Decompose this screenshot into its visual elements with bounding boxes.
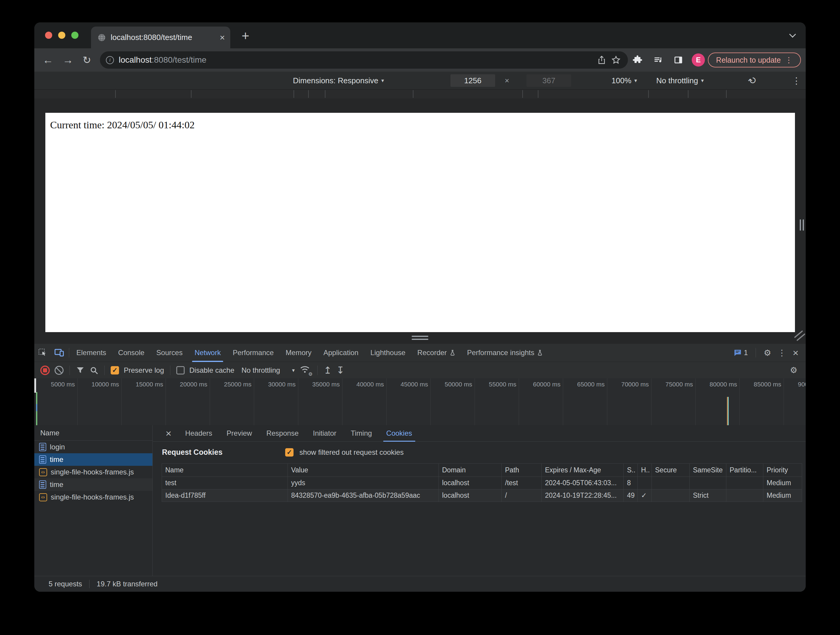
export-har-icon[interactable]: ↧ — [336, 365, 344, 376]
show-filtered-cookies-checkbox[interactable]: ✓ — [285, 448, 294, 457]
divider — [104, 365, 105, 375]
disable-cache-label: Disable cache — [189, 366, 234, 374]
extensions-puzzle-icon[interactable] — [632, 48, 643, 72]
detail-tab-initiator[interactable]: Initiator — [306, 425, 344, 442]
detail-tab-preview[interactable]: Preview — [219, 425, 259, 442]
tab-label: Network — [194, 349, 221, 357]
media-controls-icon[interactable] — [653, 48, 663, 72]
issues-counter[interactable]: 1 — [734, 349, 748, 357]
preserve-log-checkbox[interactable]: ✓ — [111, 366, 119, 374]
network-settings-icon[interactable]: ⚙ — [790, 365, 806, 375]
timeline-tick-label: 10000 ms — [71, 381, 119, 388]
devtools-tab-elements[interactable]: Elements — [70, 344, 112, 362]
devtools-tab-lighthouse[interactable]: Lighthouse — [365, 344, 411, 362]
device-throttling-dropdown[interactable]: No throttling ▾ — [656, 72, 704, 90]
network-overview-timeline[interactable]: 5000 ms10000 ms15000 ms20000 ms25000 ms3… — [34, 378, 806, 425]
request-list-header[interactable]: Name — [34, 425, 152, 441]
request-name: time — [50, 455, 63, 464]
browser-tab[interactable]: localhost:8080/test/time × — [91, 27, 230, 48]
dimensions-dropdown[interactable]: Dimensions: Responsive ▾ — [293, 72, 384, 90]
viewport-width-field[interactable]: 1256 — [450, 72, 495, 90]
column-header-name[interactable]: Name — [162, 464, 288, 477]
viewport-width-drag-handle[interactable] — [800, 220, 804, 231]
import-har-icon[interactable]: ↥ — [324, 365, 332, 376]
column-header-h[interactable]: H.. — [638, 464, 652, 477]
viewport-corner-resize-handle[interactable] — [793, 333, 806, 343]
maximize-window-button[interactable] — [71, 32, 79, 39]
devtools-tab-sources[interactable]: Sources — [150, 344, 188, 362]
relaunch-to-update-button[interactable]: Relaunch to update ⋮ — [708, 52, 801, 68]
device-toolbar-menu-icon[interactable]: ⋮ — [792, 72, 801, 90]
request-row-single-file-hooks-frames-js[interactable]: ‹›single-file-hooks-frames.js — [34, 491, 152, 504]
devtools-settings-icon[interactable]: ⚙ — [764, 348, 771, 358]
reload-button[interactable]: ↻ — [83, 48, 91, 72]
bookmark-star-icon[interactable] — [611, 55, 621, 65]
site-info-icon[interactable]: i — [106, 56, 114, 64]
cookie-cell: yyds — [288, 477, 439, 490]
devtools-tab-console[interactable]: Console — [112, 344, 150, 362]
tab-close-icon[interactable]: × — [219, 33, 225, 42]
devtools-close-icon[interactable]: × — [793, 347, 799, 359]
new-tab-button[interactable]: + — [242, 28, 249, 43]
timeline-tick-label: 45000 ms — [380, 381, 428, 388]
chevron-down-icon[interactable] — [789, 31, 796, 38]
request-row-time[interactable]: time — [34, 479, 152, 491]
devtools-tab-performance[interactable]: Performance — [227, 344, 279, 362]
column-header-s[interactable]: S.. — [624, 464, 638, 477]
rendered-page[interactable]: Current time: 2024/05/05/ 01:44:02 — [45, 113, 795, 332]
cookie-cell: test — [162, 477, 288, 490]
column-header-path[interactable]: Path — [502, 464, 542, 477]
devtools-tab-memory[interactable]: Memory — [280, 344, 318, 362]
back-button[interactable]: ← — [43, 48, 54, 72]
timeline-tick-label: 30000 ms — [247, 381, 295, 388]
inspect-element-icon[interactable] — [34, 344, 51, 362]
forward-button[interactable]: → — [63, 48, 73, 72]
column-header-expires-max-age[interactable]: Expires / Max-Age — [542, 464, 624, 477]
detail-tab-headers[interactable]: Headers — [178, 425, 219, 442]
request-detail-panel: × HeadersPreviewResponseInitiatorTimingC… — [153, 425, 806, 576]
share-icon[interactable] — [597, 55, 606, 65]
zoom-dropdown[interactable]: 100% ▾ — [611, 72, 637, 90]
detail-close-icon[interactable]: × — [159, 428, 178, 439]
browser-menu-dots-icon[interactable]: ⋮ — [785, 55, 793, 65]
network-conditions-icon[interactable]: ⚙ — [300, 365, 311, 376]
detail-tab-timing[interactable]: Timing — [344, 425, 379, 442]
minimize-window-button[interactable] — [58, 32, 65, 39]
cookie-cell — [726, 490, 763, 502]
column-header-value[interactable]: Value — [288, 464, 439, 477]
filter-icon[interactable] — [76, 366, 85, 375]
column-header-partitio[interactable]: Partitio... — [726, 464, 763, 477]
devtools-tab-recorder[interactable]: Recorder — [411, 344, 461, 362]
avatar-letter: E — [692, 54, 705, 66]
request-row-time[interactable]: time — [34, 453, 152, 466]
toggle-device-toolbar-icon[interactable] — [51, 344, 68, 362]
request-row-single-file-hooks-frames-js[interactable]: ‹›single-file-hooks-frames.js — [34, 466, 152, 479]
clear-network-log-icon[interactable] — [55, 366, 63, 375]
column-header-priority[interactable]: Priority — [763, 464, 802, 477]
detail-tab-cookies[interactable]: Cookies — [379, 425, 419, 442]
column-header-domain[interactable]: Domain — [439, 464, 502, 477]
devtools-tab-application[interactable]: Application — [317, 344, 364, 362]
devtools-tab-network[interactable]: Network — [188, 344, 227, 362]
detail-tab-response[interactable]: Response — [259, 425, 306, 442]
rotate-viewport-icon[interactable]: ↻ — [749, 72, 757, 90]
devtools-menu-icon[interactable]: ⋮ — [778, 348, 786, 358]
column-header-secure[interactable]: Secure — [652, 464, 690, 477]
request-row-login[interactable]: login — [34, 441, 152, 453]
cookie-row-test[interactable]: testyydslocalhost/test2024-05-05T06:43:0… — [162, 477, 802, 490]
disable-cache-checkbox[interactable] — [176, 366, 185, 374]
viewport-height-field[interactable]: 367 — [526, 72, 571, 90]
cookie-row-idea-d1f785ff[interactable]: Idea-d1f785ff84328570-ea9b-4635-afba-05b… — [162, 490, 802, 502]
network-throttling-dropdown[interactable]: No throttling ▾ — [241, 366, 294, 374]
column-header-samesite[interactable]: SameSite — [690, 464, 726, 477]
caret-down-icon: ▾ — [635, 77, 637, 84]
devtools-tab-performance-insights[interactable]: Performance insights — [461, 344, 549, 362]
record-network-log-button[interactable] — [40, 365, 50, 375]
close-window-button[interactable] — [45, 32, 52, 39]
viewport-height-drag-handle[interactable] — [412, 336, 428, 342]
address-bar[interactable]: i localhost:8080/test/time — [100, 51, 628, 69]
request-name: login — [50, 443, 65, 451]
search-icon[interactable] — [90, 366, 98, 375]
side-panel-icon[interactable] — [673, 48, 684, 72]
profile-avatar[interactable]: E — [692, 48, 705, 72]
